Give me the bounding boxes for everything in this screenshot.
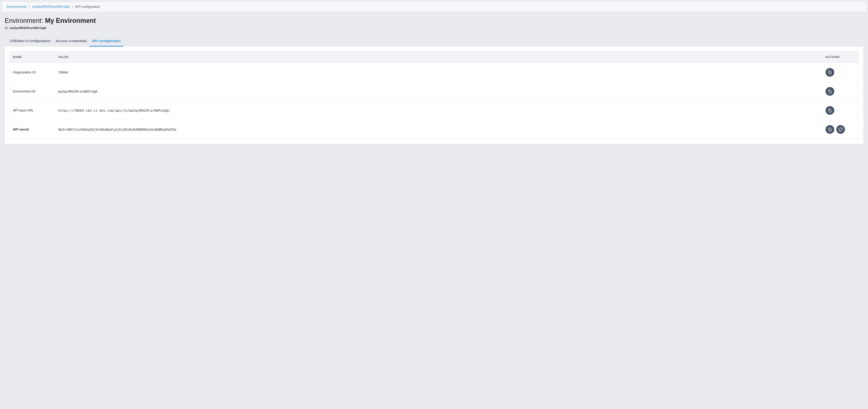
breadcrumb-separator: / xyxy=(72,5,73,8)
breadcrumb: Environments / ma2qx9R42RrarN8Fo3gK / AP… xyxy=(2,2,866,12)
environment-id-value: ma2qx9R42RrarN8Fo3gK xyxy=(9,26,46,30)
svg-rect-1 xyxy=(829,91,831,93)
svg-rect-0 xyxy=(829,72,831,74)
copy-button[interactable] xyxy=(826,87,834,96)
row-value-api-secret: 8b3reRDlYsnYdhGq3OjVh1NcNdaFyZzEz3DvRzKU… xyxy=(55,120,822,139)
breadcrumb-separator: / xyxy=(29,5,30,8)
copy-button[interactable] xyxy=(826,106,834,115)
row-name-api-base-url: API base URL xyxy=(10,101,55,120)
copy-icon xyxy=(828,127,832,132)
tab-api-configuration[interactable]: API configuration xyxy=(89,36,123,46)
row-value-organization-id: 70084 xyxy=(55,63,822,82)
page-title-name: My Environment xyxy=(45,17,96,24)
table-header-actions: ACTIONS xyxy=(822,52,859,63)
tab-access-credentials[interactable]: Access credentials xyxy=(53,36,89,46)
table-row: Environment ID ma2qx9R42RrarN8Fo3gK xyxy=(10,82,859,101)
environment-id-label: ID: xyxy=(5,26,9,30)
copy-icon xyxy=(828,89,832,94)
tabs: CKEditor 5 configuration Access credenti… xyxy=(7,36,863,46)
tab-ckeditor5-configuration[interactable]: CKEditor 5 configuration xyxy=(7,36,53,46)
refresh-icon xyxy=(838,127,843,132)
breadcrumb-link-environments[interactable]: Environments xyxy=(7,5,27,8)
page-title: Environment: My Environment xyxy=(5,17,863,25)
config-table: NAME VALUE ACTIONS Organization ID 70084 xyxy=(9,51,859,139)
copy-button[interactable] xyxy=(826,68,834,77)
environment-id-line: ID: ma2qx9R42RrarN8Fo3gK xyxy=(5,26,863,30)
row-value-api-base-url: https://70084.cke-cs-dev.com/api/v1/ma2q… xyxy=(55,101,822,120)
table-row: API secret 8b3reRDlYsnYdhGq3OjVh1NcNdaFy… xyxy=(10,120,859,139)
breadcrumb-current: API configuration xyxy=(75,5,100,8)
table-row: Organization ID 70084 xyxy=(10,63,859,82)
panel-api-configuration: NAME VALUE ACTIONS Organization ID 70084 xyxy=(5,46,863,144)
table-header-value: VALUE xyxy=(55,52,822,63)
svg-rect-2 xyxy=(829,110,831,112)
svg-rect-3 xyxy=(829,129,831,131)
copy-button[interactable] xyxy=(826,125,834,134)
row-name-organization-id: Organization ID xyxy=(10,63,55,82)
row-value-environment-id: ma2qx9R42RrarN8Fo3gK xyxy=(55,82,822,101)
breadcrumb-link-environment-id[interactable]: ma2qx9R42RrarN8Fo3gK xyxy=(32,5,70,8)
row-name-environment-id: Environment ID xyxy=(10,82,55,101)
row-name-api-secret: API secret xyxy=(10,120,55,139)
refresh-button[interactable] xyxy=(836,125,845,134)
page-title-prefix: Environment: xyxy=(5,17,45,24)
copy-icon xyxy=(828,108,832,112)
table-row: API base URL https://70084.cke-cs-dev.co… xyxy=(10,101,859,120)
table-header-name: NAME xyxy=(10,52,55,63)
copy-icon xyxy=(828,70,832,74)
